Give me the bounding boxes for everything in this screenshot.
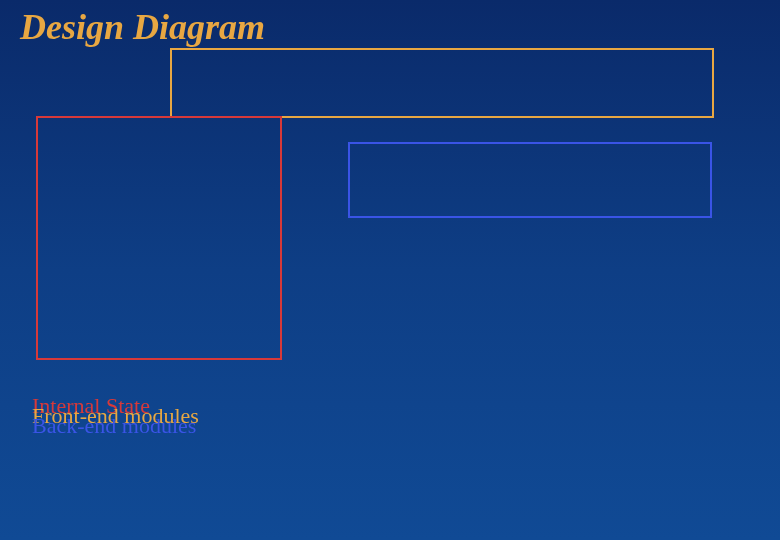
frontend-modules-box [170, 48, 714, 118]
legend: Internal State Front-end modules Back-en… [32, 398, 199, 446]
backend-modules-box [348, 142, 712, 218]
slide: Design Diagram Internal State Front-end … [0, 0, 780, 540]
legend-back-end: Back-end modules [32, 418, 199, 434]
internal-state-box [36, 116, 282, 360]
page-title: Design Diagram [20, 6, 265, 48]
